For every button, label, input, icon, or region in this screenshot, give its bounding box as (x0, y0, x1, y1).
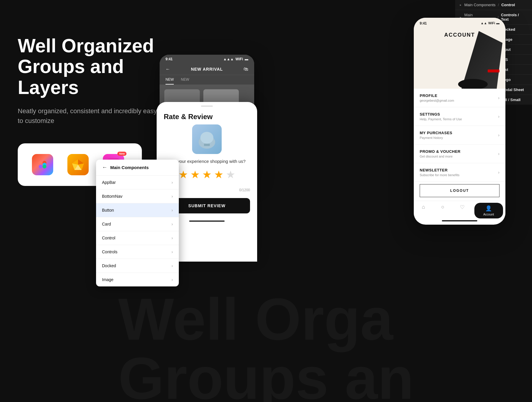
purchases-menu-item[interactable]: MY PURCHASES Payment history › (414, 126, 505, 145)
chevron-right-icon: › (171, 194, 173, 199)
comp-header[interactable]: ← Main Components (96, 160, 179, 176)
newsletter-sub: Subscribe for more benefits (420, 173, 460, 177)
svg-rect-0 (39, 161, 43, 165)
comp-item-label: Controls (102, 249, 117, 254)
svg-rect-1 (39, 165, 43, 168)
components-list: ← Main Components AppBar › BottomNav › B… (96, 160, 179, 286)
status-icons: ▲▲▲ WiFi ▬ (223, 57, 248, 61)
signal-icon: ▲▲ (481, 21, 487, 25)
chevron-right-icon: › (171, 180, 173, 185)
promo-title: PROMO & VOUCHER (420, 149, 460, 154)
chevron-right-icon: › (498, 95, 499, 100)
home-icon: ⌂ (422, 204, 425, 210)
nav-title: NEW ARRIVAL (191, 67, 223, 72)
purchases-sub: Payment history (420, 136, 452, 140)
logout-button[interactable]: LOGOUT (420, 184, 499, 197)
comp-item-button[interactable]: Button › (96, 203, 179, 217)
comp-item-control[interactable]: Control › (96, 231, 179, 245)
comp-item-image[interactable]: Image › (96, 273, 179, 286)
chevron-right-icon: › (171, 222, 173, 226)
sketch-icon (67, 154, 89, 175)
newsletter-menu-item[interactable]: NEWSLETTER Subscribe for more benefits › (414, 163, 505, 182)
star-1[interactable]: ★ (179, 168, 188, 181)
purchases-info: MY PURCHASES Payment history (420, 131, 452, 140)
chevron-right-icon: › (498, 151, 499, 156)
comp-item-label: Card (102, 222, 111, 226)
bottom-nav: ⌂ ○ ♡ 👤 Account (414, 201, 505, 218)
bag-icon: 🛍 (244, 67, 248, 72)
wifi-icon: WiFi (236, 57, 243, 61)
chevron-right-icon: › (498, 114, 499, 119)
chevron-right-icon: › (171, 236, 173, 240)
promo-sub: Get discount and more (420, 155, 460, 158)
signal-icon: ▲▲▲ (223, 57, 234, 61)
star-2[interactable]: ★ (190, 168, 200, 181)
home-indicator (442, 220, 477, 221)
phone-nav-bar: ← NEW ARRIVAL 🛍 (160, 64, 254, 75)
background-watermark: Well OrgaGroups an (118, 290, 414, 402)
settings-title: SETTINGS (420, 112, 462, 116)
account-nav-label: Account (483, 213, 494, 216)
back-arrow-icon[interactable]: ← (102, 164, 107, 171)
svg-rect-4 (43, 165, 46, 168)
star-4[interactable]: ★ (214, 168, 223, 181)
svg-rect-15 (204, 144, 210, 146)
settings-menu-item[interactable]: SETTINGS Help, Payment, Terms of Use › (414, 107, 505, 126)
svg-point-14 (200, 132, 213, 144)
star-5[interactable]: ★ (226, 168, 235, 181)
layer-item-control[interactable]: ▸ Main Components / Control (455, 0, 532, 10)
back-arrow-icon: ← (166, 67, 170, 72)
nav-wishlist[interactable]: ♡ (452, 204, 472, 217)
phone-time: 9:41 (166, 57, 173, 61)
modal-title: Rate & Review (157, 107, 257, 124)
comp-item-card[interactable]: Card › (96, 217, 179, 231)
chevron-right-icon: › (498, 170, 499, 175)
account-status-icons: ▲▲ WiFi ▬ (481, 21, 499, 25)
profile-menu-item[interactable]: PROFILE georgebest@gmail.com › (414, 89, 505, 107)
account-time: 9:41 (420, 21, 427, 25)
account-menu: PROFILE georgebest@gmail.com › SETTINGS … (414, 89, 505, 221)
account-phone: 9:41 ▲▲ WiFi ▬ ACCOUNT (414, 18, 505, 225)
promo-menu-item[interactable]: PROMO & VOUCHER Get discount and more › (414, 145, 505, 163)
svg-rect-16 (488, 69, 499, 72)
phone-status-bar: 9:41 ▲▲▲ WiFi ▬ (160, 55, 254, 64)
comp-item-appbar[interactable]: AppBar › (96, 176, 179, 189)
comp-item-label: Control (102, 236, 115, 240)
home-indicator (189, 221, 225, 222)
battery-icon: ▬ (245, 57, 248, 61)
tab-new-1[interactable]: NEW (166, 77, 174, 85)
promo-info: PROMO & VOUCHER Get discount and more (420, 149, 460, 158)
search-icon: ○ (441, 204, 445, 210)
comp-item-label: Image (102, 277, 113, 282)
xd-new-badge: New (117, 152, 126, 156)
star-3[interactable]: ★ (202, 168, 212, 181)
phone-tabs: NEW NEW (160, 75, 254, 85)
product-image (192, 124, 222, 154)
comp-item-controls[interactable]: Controls › (96, 245, 179, 259)
chevron-right-icon: › (171, 277, 173, 282)
figma-icon (32, 154, 53, 175)
tab-new-2[interactable]: NEW (181, 77, 189, 85)
subtitle: Neatly organized, consistent and incredi… (18, 106, 160, 126)
purchases-title: MY PURCHASES (420, 131, 452, 135)
shoe-illustration (449, 25, 505, 89)
account-hero-image: 9:41 ▲▲ WiFi ▬ ACCOUNT (414, 18, 505, 89)
account-icon: 👤 (485, 205, 492, 212)
chevron-right-icon: › (171, 263, 173, 268)
comp-item-label: Button (102, 208, 114, 213)
comp-header-title: Main Components (110, 165, 149, 170)
chevron-right-icon: › (171, 208, 173, 213)
nav-account[interactable]: 👤 Account (474, 203, 503, 218)
comp-item-label: Docked (102, 263, 116, 268)
newsletter-info: NEWSLETTER Subscribe for more benefits (420, 168, 460, 177)
chevron-right-icon: › (498, 133, 499, 137)
nav-home[interactable]: ⌂ (414, 204, 433, 217)
comp-item-bottomnav[interactable]: BottomNav › (96, 189, 179, 203)
comp-item-docked[interactable]: Docked › (96, 259, 179, 273)
arrow-icon: ▸ (460, 3, 461, 7)
layer-prefix: Main Components (464, 3, 496, 7)
settings-sub: Help, Payment, Terms of Use (420, 117, 462, 121)
nav-search[interactable]: ○ (433, 204, 453, 217)
profile-email: georgebest@gmail.com (420, 99, 454, 102)
settings-info: SETTINGS Help, Payment, Terms of Use (420, 112, 462, 121)
